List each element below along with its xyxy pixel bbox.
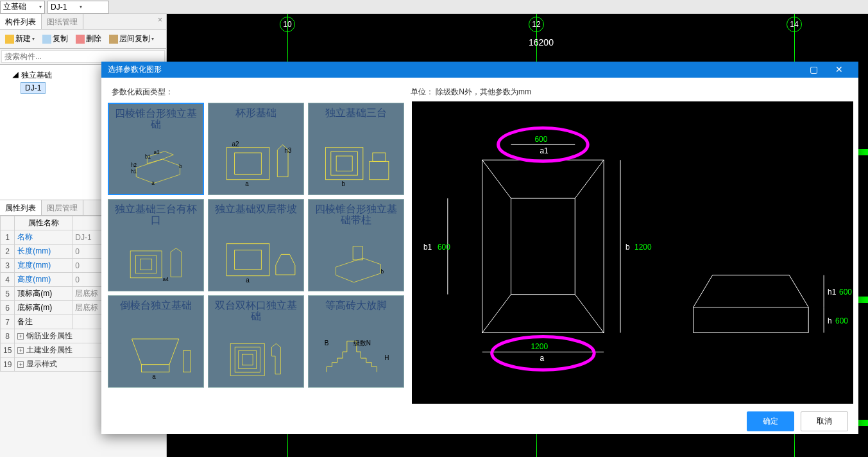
svg-marker-40 <box>271 343 280 374</box>
dim-h-lbl: h <box>828 316 832 325</box>
svg-rect-15 <box>331 152 358 176</box>
svg-text:a: a <box>246 277 250 284</box>
svg-text:H: H <box>384 355 389 362</box>
shape-option[interactable]: 杯形基础 aa2h3 <box>208 103 304 195</box>
shape-preview[interactable]: 600 a1 b1 600 b 1200 1200 a <box>412 101 853 404</box>
shape-title: 独立基础三台 <box>325 107 387 119</box>
shape-title: 独立基础双层带坡 <box>215 203 297 215</box>
svg-text:a: a <box>151 180 155 185</box>
copy-button[interactable]: 复制 <box>40 32 71 46</box>
shape-option[interactable]: 独立基础三台有杯口 a4 <box>108 199 204 291</box>
component-dropdown[interactable]: DJ-1 ▾ <box>47 1 109 13</box>
shape-option[interactable]: 四棱锥台形独立基础带柱 b <box>308 199 404 291</box>
svg-marker-27 <box>276 255 295 275</box>
dim-b-val: 1200 <box>634 242 652 251</box>
cancel-button[interactable]: 取消 <box>801 411 848 431</box>
svg-text:h1: h1 <box>131 169 137 175</box>
svg-line-48 <box>575 294 604 332</box>
type-label: 参数化截面类型： <box>112 87 173 98</box>
svg-text:级数N: 级数N <box>353 340 371 347</box>
svg-text:a1: a1 <box>154 150 160 155</box>
grid-bubble-14: 14 <box>787 17 802 32</box>
delete-button[interactable]: 删除 <box>73 32 104 46</box>
svg-marker-23 <box>171 248 182 277</box>
close-icon[interactable]: ✕ <box>826 64 852 74</box>
svg-marker-29 <box>336 258 381 282</box>
svg-rect-17 <box>370 162 389 180</box>
svg-text:b: b <box>380 268 384 275</box>
svg-line-47 <box>482 294 511 332</box>
tab-component-list[interactable]: 构件列表 <box>0 14 42 29</box>
shape-option[interactable]: 双台双杯口独立基础 <box>208 295 304 388</box>
tab-drawing-mgmt[interactable]: 图纸管理 <box>42 14 83 29</box>
grid-bubble-10: 10 <box>280 17 295 32</box>
svg-text:h3: h3 <box>284 147 292 154</box>
chevron-down-icon: ▾ <box>39 4 42 10</box>
dim-a-lbl: a <box>540 354 544 363</box>
svg-marker-54 <box>694 275 808 332</box>
dim-b1-val: 600 <box>438 242 450 251</box>
dim-b1-lbl: b1 <box>423 242 432 251</box>
dim-h1-val: 600 <box>839 287 852 296</box>
shape-title: 倒棱台独立基础 <box>120 300 192 311</box>
col-name: 属性名称 <box>15 216 72 230</box>
grid-bubble-12: 12 <box>529 17 544 32</box>
svg-rect-21 <box>136 255 157 273</box>
svg-rect-36 <box>230 343 264 375</box>
svg-text:b: b <box>341 180 345 187</box>
svg-rect-22 <box>140 259 152 270</box>
shape-option[interactable]: 等高砖大放脚 BH级数N <box>308 295 404 388</box>
svg-text:a2: a2 <box>232 141 239 148</box>
component-toolbar: 新建▾ 复制 删除 层间复制▾ <box>0 30 166 49</box>
dialog-titlebar[interactable]: 选择参数化图形 ▢ ✕ <box>101 62 858 78</box>
svg-rect-25 <box>226 244 269 276</box>
svg-rect-39 <box>242 354 253 365</box>
new-button[interactable]: 新建▾ <box>3 32 37 46</box>
svg-rect-8 <box>226 148 269 180</box>
svg-text:a: a <box>245 180 249 187</box>
category-dropdown[interactable]: 立基础 ▾ <box>0 1 45 13</box>
svg-rect-16 <box>336 156 352 171</box>
shape-title: 四棱锥台形独立基础带柱 <box>311 203 401 226</box>
dimension-text: 16200 <box>529 37 554 47</box>
shape-title: 双台双杯口独立基础 <box>211 300 301 322</box>
dialog-header: 参数化截面类型： 单位： 除级数N外，其他参数为mm <box>101 78 858 101</box>
svg-rect-33 <box>141 365 169 372</box>
tab-properties[interactable]: 属性列表 <box>0 200 42 215</box>
dim-b-lbl: b <box>625 242 630 251</box>
dim-h-val: 600 <box>835 316 848 325</box>
svg-marker-32 <box>132 339 178 365</box>
shape-title: 杯形基础 <box>235 107 277 119</box>
layer-copy-button[interactable]: 层间复制▾ <box>106 32 157 46</box>
shape-title: 四棱锥台形独立基础 <box>112 108 200 130</box>
svg-rect-34 <box>183 351 191 372</box>
search-input[interactable] <box>1 50 165 63</box>
category-value: 立基础 <box>3 1 26 12</box>
svg-text:a: a <box>152 373 156 380</box>
top-toolbar: 立基础 ▾ DJ-1 ▾ <box>0 0 868 14</box>
svg-rect-38 <box>239 350 257 368</box>
param-shape-dialog: 选择参数化图形 ▢ ✕ 参数化截面类型： 单位： 除级数N外，其他参数为mm 四… <box>101 62 858 434</box>
close-icon[interactable]: × <box>158 15 162 24</box>
svg-text:b: b <box>179 163 182 169</box>
svg-rect-18 <box>373 153 386 161</box>
shape-option[interactable]: 独立基础双层带坡 a <box>208 199 304 291</box>
svg-text:B: B <box>325 340 329 347</box>
shape-option[interactable]: 独立基础三台 b <box>308 103 404 195</box>
svg-rect-49 <box>511 198 575 295</box>
svg-rect-44 <box>482 160 604 332</box>
dim-a-val: 1200 <box>531 342 548 351</box>
dialog-footer: 确定 取消 <box>101 409 858 434</box>
shape-option[interactable]: 倒棱台独立基础 a <box>108 295 204 388</box>
svg-line-46 <box>575 160 604 198</box>
svg-rect-30 <box>353 246 362 260</box>
shape-option[interactable]: 四棱锥台形独立基础 abh1h2a1b1 <box>108 103 204 195</box>
left-tabs: 构件列表 图纸管理 × <box>0 14 166 30</box>
ok-button[interactable]: 确定 <box>747 411 794 431</box>
tree-child-dj1[interactable]: DJ-1 <box>21 82 46 94</box>
svg-rect-20 <box>130 251 162 278</box>
maximize-icon[interactable]: ▢ <box>801 64 826 74</box>
tab-layer-mgmt[interactable]: 图层管理 <box>42 200 83 215</box>
shape-grid: 四棱锥台形独立基础 abh1h2a1b1杯形基础 aa2h3独立基础三台 b独立… <box>106 101 409 404</box>
svg-line-45 <box>482 160 511 198</box>
